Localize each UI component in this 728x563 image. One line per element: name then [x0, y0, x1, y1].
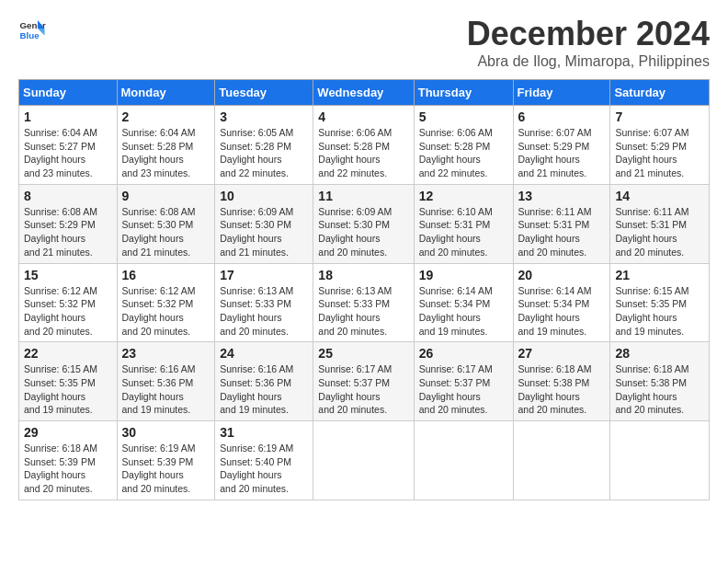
- day-detail: Sunrise: 6:07 AMSunset: 5:29 PMDaylight …: [615, 127, 688, 178]
- day-detail: Sunrise: 6:08 AMSunset: 5:30 PMDaylight …: [122, 206, 196, 258]
- weekday-header-tuesday: Tuesday: [215, 80, 313, 106]
- weekday-header-friday: Friday: [513, 80, 610, 106]
- calendar-cell: 2 Sunrise: 6:04 AMSunset: 5:28 PMDayligh…: [117, 106, 215, 185]
- calendar-cell: 28 Sunrise: 6:18 AMSunset: 5:38 PMDaylig…: [610, 342, 710, 421]
- calendar-cell: 19 Sunrise: 6:14 AMSunset: 5:34 PMDaylig…: [414, 263, 513, 342]
- day-number: 11: [318, 189, 408, 203]
- calendar-table: SundayMondayTuesdayWednesdayThursdayFrid…: [18, 79, 710, 500]
- day-detail: Sunrise: 6:18 AMSunset: 5:39 PMDaylight …: [24, 442, 97, 494]
- day-detail: Sunrise: 6:16 AMSunset: 5:36 PMDaylight …: [220, 363, 293, 415]
- calendar-cell: 20 Sunrise: 6:14 AMSunset: 5:34 PMDaylig…: [513, 263, 610, 342]
- day-number: 3: [220, 109, 308, 124]
- day-number: 19: [419, 268, 508, 282]
- calendar-title: December 2024: [467, 15, 710, 53]
- calendar-week-row: 15 Sunrise: 6:12 AMSunset: 5:32 PMDaylig…: [19, 263, 710, 342]
- day-number: 21: [615, 268, 704, 282]
- calendar-cell: 10 Sunrise: 6:09 AMSunset: 5:30 PMDaylig…: [215, 184, 313, 263]
- calendar-cell: 29 Sunrise: 6:18 AMSunset: 5:39 PMDaylig…: [19, 421, 118, 500]
- calendar-week-row: 1 Sunrise: 6:04 AMSunset: 5:27 PMDayligh…: [19, 106, 710, 185]
- calendar-cell: 6 Sunrise: 6:07 AMSunset: 5:29 PMDayligh…: [513, 106, 610, 185]
- day-detail: Sunrise: 6:16 AMSunset: 5:36 PMDaylight …: [122, 363, 196, 415]
- day-detail: Sunrise: 6:14 AMSunset: 5:34 PMDaylight …: [419, 285, 493, 337]
- calendar-week-row: 29 Sunrise: 6:18 AMSunset: 5:39 PMDaylig…: [19, 421, 710, 500]
- day-number: 2: [122, 109, 210, 124]
- day-number: 20: [518, 268, 606, 282]
- day-detail: Sunrise: 6:12 AMSunset: 5:32 PMDaylight …: [122, 285, 196, 337]
- calendar-cell: 22 Sunrise: 6:15 AMSunset: 5:35 PMDaylig…: [19, 342, 118, 421]
- calendar-cell: 17 Sunrise: 6:13 AMSunset: 5:33 PMDaylig…: [215, 263, 313, 342]
- day-detail: Sunrise: 6:19 AMSunset: 5:39 PMDaylight …: [122, 442, 196, 494]
- day-number: 4: [318, 109, 408, 124]
- day-number: 7: [615, 109, 704, 124]
- day-number: 12: [419, 189, 508, 203]
- calendar-cell: 1 Sunrise: 6:04 AMSunset: 5:27 PMDayligh…: [19, 106, 118, 185]
- day-detail: Sunrise: 6:08 AMSunset: 5:29 PMDaylight …: [24, 206, 97, 258]
- day-detail: Sunrise: 6:11 AMSunset: 5:31 PMDaylight …: [518, 206, 592, 258]
- day-number: 1: [24, 109, 112, 124]
- calendar-cell: 23 Sunrise: 6:16 AMSunset: 5:36 PMDaylig…: [117, 342, 215, 421]
- day-number: 25: [318, 346, 408, 361]
- calendar-cell: 25 Sunrise: 6:17 AMSunset: 5:37 PMDaylig…: [313, 342, 414, 421]
- day-detail: Sunrise: 6:18 AMSunset: 5:38 PMDaylight …: [615, 363, 688, 415]
- day-detail: Sunrise: 6:14 AMSunset: 5:34 PMDaylight …: [518, 285, 592, 337]
- calendar-subtitle: Abra de Ilog, Mimaropa, Philippines: [467, 53, 710, 70]
- title-section: December 2024 Abra de Ilog, Mimaropa, Ph…: [467, 15, 710, 70]
- day-number: 15: [24, 268, 112, 282]
- day-number: 24: [220, 346, 308, 361]
- calendar-cell: 3 Sunrise: 6:05 AMSunset: 5:28 PMDayligh…: [215, 106, 313, 185]
- calendar-cell: 4 Sunrise: 6:06 AMSunset: 5:28 PMDayligh…: [313, 106, 414, 185]
- day-number: 17: [220, 268, 308, 282]
- day-detail: Sunrise: 6:06 AMSunset: 5:28 PMDaylight …: [318, 127, 392, 178]
- calendar-cell: 7 Sunrise: 6:07 AMSunset: 5:29 PMDayligh…: [610, 106, 710, 185]
- calendar-week-row: 8 Sunrise: 6:08 AMSunset: 5:29 PMDayligh…: [19, 184, 710, 263]
- day-number: 22: [24, 346, 112, 361]
- day-number: 28: [615, 346, 704, 361]
- day-number: 18: [318, 268, 408, 282]
- day-number: 29: [24, 425, 112, 440]
- day-detail: Sunrise: 6:13 AMSunset: 5:33 PMDaylight …: [318, 285, 392, 337]
- day-detail: Sunrise: 6:06 AMSunset: 5:28 PMDaylight …: [419, 127, 493, 178]
- day-detail: Sunrise: 6:17 AMSunset: 5:37 PMDaylight …: [318, 363, 392, 415]
- day-number: 30: [122, 425, 210, 440]
- weekday-header-monday: Monday: [117, 80, 215, 106]
- calendar-cell: 11 Sunrise: 6:09 AMSunset: 5:30 PMDaylig…: [313, 184, 414, 263]
- day-detail: Sunrise: 6:05 AMSunset: 5:28 PMDaylight …: [220, 127, 293, 178]
- calendar-cell: 26 Sunrise: 6:17 AMSunset: 5:37 PMDaylig…: [414, 342, 513, 421]
- calendar-cell: 15 Sunrise: 6:12 AMSunset: 5:32 PMDaylig…: [19, 263, 118, 342]
- calendar-cell: 21 Sunrise: 6:15 AMSunset: 5:35 PMDaylig…: [610, 263, 710, 342]
- day-number: 13: [518, 189, 606, 203]
- calendar-cell: [414, 421, 513, 500]
- day-detail: Sunrise: 6:10 AMSunset: 5:31 PMDaylight …: [419, 206, 493, 258]
- day-detail: Sunrise: 6:18 AMSunset: 5:38 PMDaylight …: [518, 363, 592, 415]
- day-detail: Sunrise: 6:17 AMSunset: 5:37 PMDaylight …: [419, 363, 493, 415]
- day-number: 10: [220, 189, 308, 203]
- weekday-header-row: SundayMondayTuesdayWednesdayThursdayFrid…: [19, 80, 710, 106]
- day-number: 14: [615, 189, 704, 203]
- day-detail: Sunrise: 6:07 AMSunset: 5:29 PMDaylight …: [518, 127, 592, 178]
- logo-icon: General Blue: [18, 15, 46, 42]
- day-number: 23: [122, 346, 210, 361]
- calendar-cell: 30 Sunrise: 6:19 AMSunset: 5:39 PMDaylig…: [117, 421, 215, 500]
- page-header: General Blue December 2024 Abra de Ilog,…: [18, 15, 710, 70]
- day-detail: Sunrise: 6:09 AMSunset: 5:30 PMDaylight …: [318, 206, 392, 258]
- calendar-week-row: 22 Sunrise: 6:15 AMSunset: 5:35 PMDaylig…: [19, 342, 710, 421]
- svg-text:Blue: Blue: [20, 30, 40, 40]
- calendar-cell: [610, 421, 710, 500]
- calendar-cell: 14 Sunrise: 6:11 AMSunset: 5:31 PMDaylig…: [610, 184, 710, 263]
- day-number: 6: [518, 109, 606, 124]
- calendar-cell: [313, 421, 414, 500]
- day-detail: Sunrise: 6:04 AMSunset: 5:28 PMDaylight …: [122, 127, 196, 178]
- day-detail: Sunrise: 6:13 AMSunset: 5:33 PMDaylight …: [220, 285, 293, 337]
- weekday-header-saturday: Saturday: [610, 80, 710, 106]
- day-number: 5: [419, 109, 508, 124]
- day-number: 31: [220, 425, 308, 440]
- calendar-cell: 18 Sunrise: 6:13 AMSunset: 5:33 PMDaylig…: [313, 263, 414, 342]
- calendar-cell: 31 Sunrise: 6:19 AMSunset: 5:40 PMDaylig…: [215, 421, 313, 500]
- day-detail: Sunrise: 6:19 AMSunset: 5:40 PMDaylight …: [220, 442, 293, 494]
- calendar-cell: 16 Sunrise: 6:12 AMSunset: 5:32 PMDaylig…: [117, 263, 215, 342]
- calendar-cell: 12 Sunrise: 6:10 AMSunset: 5:31 PMDaylig…: [414, 184, 513, 263]
- day-number: 9: [122, 189, 210, 203]
- day-number: 27: [518, 346, 606, 361]
- calendar-cell: 27 Sunrise: 6:18 AMSunset: 5:38 PMDaylig…: [513, 342, 610, 421]
- weekday-header-thursday: Thursday: [414, 80, 513, 106]
